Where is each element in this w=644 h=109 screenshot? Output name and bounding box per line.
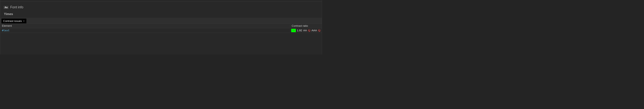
- table-row[interactable]: #text Aa 1.92 AA AAA: [0, 28, 322, 33]
- font-info-header: Aa Font info: [4, 5, 318, 9]
- close-icon[interactable]: ×: [23, 20, 25, 22]
- font-icon: Aa: [4, 6, 8, 9]
- fail-icon: [308, 29, 310, 32]
- element-cell[interactable]: #text: [0, 29, 290, 32]
- tab-contrast-issues[interactable]: Contrast issues ×: [2, 19, 26, 23]
- contrast-ratio-value: 1.92: [297, 29, 302, 32]
- fail-icon: [318, 29, 320, 32]
- table-header-row: Element Contrast ratio: [0, 24, 322, 28]
- font-family-name: Times: [4, 12, 318, 16]
- separator: [0, 0, 322, 2]
- contrast-cell: Aa 1.92 AA AAA: [290, 29, 322, 32]
- font-info-title: Font info: [10, 5, 23, 9]
- tabs-row: Contrast issues ×: [0, 18, 322, 24]
- font-info-panel: Aa Font info Times: [0, 2, 322, 18]
- aa-label: AA: [303, 29, 307, 32]
- column-header-contrast-ratio[interactable]: Contrast ratio: [290, 24, 322, 27]
- aaa-label: AAA: [312, 29, 317, 32]
- contrast-swatch: Aa: [291, 29, 296, 32]
- column-header-element[interactable]: Element: [0, 24, 290, 27]
- empty-area: [0, 33, 322, 54]
- tab-label: Contrast issues: [3, 19, 22, 22]
